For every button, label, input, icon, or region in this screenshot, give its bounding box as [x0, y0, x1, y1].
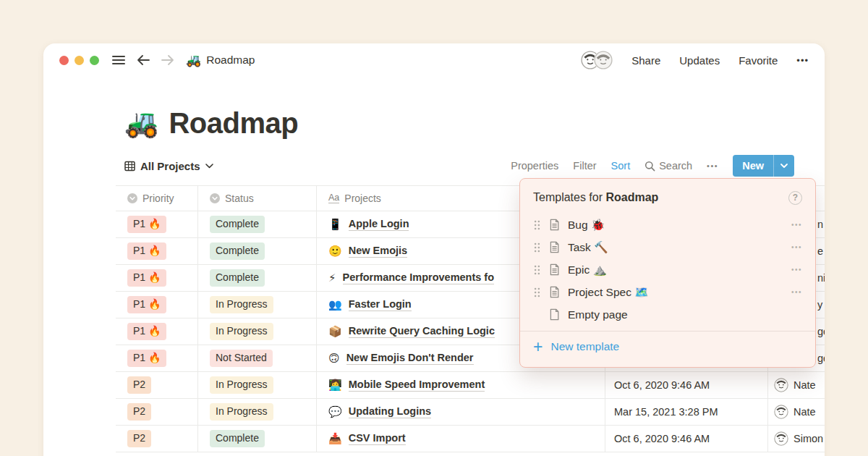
close-window-icon[interactable] [59, 56, 69, 65]
new-template-button[interactable]: + New template [533, 334, 802, 360]
person-name: Nate [793, 379, 816, 391]
favorite-button[interactable]: Favorite [739, 54, 778, 67]
page-title: Roadmap [169, 107, 298, 140]
project-emoji-icon: 📥 [328, 432, 342, 445]
breadcrumb[interactable]: 🚜 Roadmap [186, 53, 255, 68]
template-label: Project Spec 🗺️ [568, 286, 649, 299]
person-name: Nate [793, 406, 816, 418]
properties-button[interactable]: Properties [511, 160, 558, 172]
template-item[interactable]: Task 🔨 ••• [533, 236, 802, 258]
template-label: Bug 🐞 [568, 219, 605, 232]
item-more-icon[interactable]: ••• [791, 288, 802, 296]
item-more-icon[interactable]: ••• [791, 243, 802, 251]
date-value: Mar 15, 2021 3:28 PM [614, 406, 718, 418]
header-status[interactable]: Status [198, 186, 317, 211]
project-title[interactable]: Apple Login [349, 218, 409, 231]
project-cell[interactable]: 📥CSV Import [317, 426, 605, 452]
minimize-window-icon[interactable] [75, 56, 84, 65]
select-property-icon [127, 193, 137, 203]
priority-tag: P2 [127, 376, 151, 394]
priority-tag: P1 🔥 [127, 269, 166, 287]
view-switcher[interactable]: All Projects [124, 160, 213, 172]
page-emoji-icon: 🚜 [186, 53, 201, 68]
more-menu-icon[interactable]: ••• [796, 55, 809, 66]
back-arrow-icon[interactable] [137, 55, 150, 65]
clipped-text-fragment: n Z [817, 219, 825, 230]
priority-tag: P2 [127, 403, 151, 421]
date-value: Oct 6, 2020 9:46 AM [614, 433, 710, 444]
clipped-text-fragment: e [817, 245, 823, 257]
status-tag: In Progress [210, 323, 273, 340]
search-button[interactable]: Search [644, 160, 692, 172]
sort-button[interactable]: Sort [611, 160, 631, 172]
template-label: Epic ⛰️ [568, 263, 607, 276]
project-cell[interactable]: 👩‍💻Mobile Speed Improvement [317, 372, 605, 398]
view-more-icon[interactable]: ••• [707, 161, 718, 170]
zoom-window-icon[interactable] [90, 56, 99, 65]
avatar [594, 51, 613, 69]
drag-handle-icon[interactable] [533, 242, 541, 253]
table-row[interactable]: P2 In Progress 💬Updating Logins Mar 15, … [116, 399, 825, 426]
page-emoji-icon[interactable]: 🚜 [124, 109, 158, 137]
project-title[interactable]: New Emojis [349, 245, 407, 258]
chevron-down-icon [205, 164, 213, 169]
template-item[interactable]: Epic ⛰️ ••• [533, 258, 802, 281]
project-title[interactable]: Performance Improvements fo [343, 271, 495, 284]
drag-handle-icon[interactable] [533, 264, 541, 276]
breadcrumb-title: Roadmap [206, 54, 255, 67]
status-tag: Not Started [210, 350, 273, 367]
template-label: Task 🔨 [568, 241, 608, 254]
popup-title: Templates for Roadmap [533, 191, 658, 204]
page-icon [548, 241, 561, 253]
title-property-icon: Aa [328, 193, 339, 204]
app-window: 🚜 Roadmap Share Updates Favorite ••• 🚜 R… [43, 43, 825, 456]
forward-arrow-icon[interactable] [161, 55, 174, 65]
template-label: Empty page [568, 308, 628, 321]
project-title[interactable]: New Emojis Don't Render [346, 352, 474, 365]
sidebar-toggle-icon[interactable] [112, 55, 125, 65]
project-title[interactable]: Faster Login [349, 298, 412, 311]
avatar [774, 378, 788, 392]
new-template-label: New template [550, 340, 619, 353]
item-more-icon[interactable]: ••• [791, 266, 802, 274]
drag-handle-icon[interactable] [533, 287, 541, 298]
project-emoji-icon: 🙃 [328, 352, 340, 365]
project-emoji-icon: 👥 [328, 298, 342, 311]
share-button[interactable]: Share [631, 54, 660, 67]
search-icon [644, 161, 655, 172]
priority-tag: P1 🔥 [127, 242, 166, 260]
template-item[interactable]: Project Spec 🗺️ ••• [533, 281, 802, 303]
view-toolbar: All Projects Properties Filter Sort Sear… [124, 155, 825, 177]
project-title[interactable]: Rewrite Query Caching Logic [349, 325, 495, 338]
project-title[interactable]: CSV Import [349, 432, 406, 445]
project-emoji-icon: 📱 [328, 218, 342, 231]
template-item-empty-page[interactable]: Empty page [533, 303, 802, 326]
new-button-label[interactable]: New [733, 155, 773, 177]
status-tag: In Progress [210, 376, 273, 394]
template-item[interactable]: Bug 🐞 ••• [533, 214, 802, 236]
chevron-down-icon[interactable] [774, 155, 794, 177]
updates-button[interactable]: Updates [679, 54, 720, 67]
select-property-icon [210, 193, 220, 203]
project-cell[interactable]: 💬Updating Logins [317, 399, 605, 425]
header-priority[interactable]: Priority [116, 186, 198, 211]
filter-button[interactable]: Filter [573, 160, 596, 172]
project-title[interactable]: Updating Logins [349, 405, 431, 418]
clipped-text-fragment: ge [817, 352, 825, 364]
table-row[interactable]: P2 In Progress 👩‍💻Mobile Speed Improveme… [116, 372, 825, 399]
drag-handle-icon[interactable] [533, 219, 541, 231]
item-more-icon[interactable]: ••• [791, 221, 802, 229]
project-emoji-icon: ⚡ [328, 271, 336, 284]
project-emoji-icon: 🙂 [328, 245, 342, 258]
priority-tag: P2 [127, 430, 151, 447]
project-emoji-icon: 📦 [328, 325, 342, 338]
table-row[interactable]: P2 Complete 📥CSV Import Oct 6, 2020 9:46… [116, 426, 825, 452]
templates-popup: Templates for Roadmap ? Bug 🐞 ••• Task 🔨… [519, 178, 816, 368]
top-navbar: 🚜 Roadmap Share Updates Favorite ••• [43, 43, 825, 77]
divider [520, 331, 815, 332]
status-tag: In Progress [210, 296, 273, 313]
help-icon[interactable]: ? [788, 191, 802, 205]
new-button[interactable]: New [733, 155, 794, 177]
collaborator-avatars[interactable] [581, 51, 613, 69]
project-title[interactable]: Mobile Speed Improvement [349, 379, 485, 392]
